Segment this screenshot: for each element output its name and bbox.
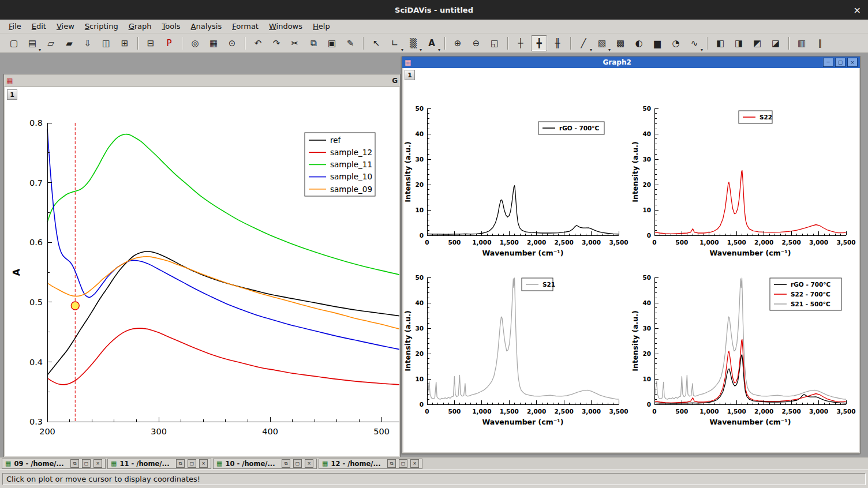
- menu-edit[interactable]: Edit: [27, 20, 51, 32]
- print-button[interactable]: ⊟: [143, 35, 159, 51]
- menu-file[interactable]: File: [3, 20, 27, 32]
- tab-09[interactable]: ▦09 - /home/...⧉▢×: [2, 459, 106, 469]
- tab-maximize-button[interactable]: ▢: [188, 459, 196, 468]
- raman-chart-overlay[interactable]: 05001,0001,5002,0002,5003,0003,500010203…: [631, 241, 858, 434]
- zoom-in-button[interactable]: ⊕: [450, 35, 466, 51]
- add-image-button[interactable]: ▩: [612, 35, 628, 51]
- raman-chart-rgo700[interactable]: 05001,0001,5002,0002,5003,0003,500010203…: [404, 72, 631, 265]
- svg-text:20: 20: [642, 181, 651, 188]
- grid-button[interactable]: ▒▾: [405, 35, 421, 51]
- copy-selection-button[interactable]: ⧉: [305, 35, 321, 51]
- plot3d-bars-button[interactable]: ◨: [731, 35, 747, 51]
- add-text-button[interactable]: A▾: [424, 35, 440, 51]
- menu-windows[interactable]: Windows: [264, 20, 308, 32]
- open-project-button[interactable]: ▱: [43, 35, 59, 51]
- tab-12[interactable]: ▦12 - /home/...⧉▢×: [319, 459, 422, 469]
- app-close-icon[interactable]: ×: [854, 0, 861, 20]
- menu-tools[interactable]: Tools: [157, 20, 186, 32]
- svg-text:50: 50: [415, 105, 424, 112]
- svg-text:40: 40: [642, 299, 651, 306]
- window-minimize-button[interactable]: ─: [823, 58, 833, 67]
- new-aspect-button[interactable]: ▤▾: [24, 35, 40, 51]
- plot3d-surface-button[interactable]: ◪: [768, 35, 784, 51]
- svg-text:40: 40: [415, 299, 424, 306]
- chevron-down-icon[interactable]: ▾: [401, 47, 403, 52]
- save-project-button[interactable]: ◫: [98, 35, 114, 51]
- screen-reader-button[interactable]: ┼: [512, 35, 529, 51]
- save-project-as-button[interactable]: ⊞: [117, 35, 133, 51]
- tab-close-button[interactable]: ×: [410, 459, 419, 468]
- svg-text:0: 0: [420, 232, 424, 239]
- tab-close-button[interactable]: ×: [305, 459, 313, 468]
- tab-label: 11 - /home/...: [119, 460, 173, 468]
- select-data-range-button[interactable]: ╫: [549, 35, 566, 51]
- graph1-titlebar[interactable]: ▦ G: [4, 74, 400, 87]
- menu-view[interactable]: View: [51, 20, 80, 32]
- plot3d-ribbon-button[interactable]: ◧: [712, 35, 728, 51]
- plot-pie-button[interactable]: ◔: [668, 35, 684, 51]
- rescale-to-show-all-button[interactable]: ◱: [487, 35, 503, 51]
- plot3d-surface-icon: ◪: [772, 38, 780, 48]
- tab-maximize-button[interactable]: ▢: [293, 459, 302, 468]
- paste-selection-button[interactable]: ▣: [324, 35, 340, 51]
- chevron-down-icon[interactable]: ▾: [590, 47, 592, 52]
- chevron-down-icon[interactable]: ▾: [438, 47, 440, 52]
- tab-restore-button[interactable]: ⧉: [176, 459, 185, 468]
- chevron-down-icon[interactable]: ▾: [608, 47, 611, 52]
- app-titlebar[interactable]: SciDAVis - untitled ×: [0, 0, 868, 20]
- chevron-down-icon[interactable]: ▾: [420, 47, 422, 52]
- import-ascii-button[interactable]: ⇩: [80, 35, 96, 51]
- uvvis-chart[interactable]: 2003004005000.30.40.50.60.70.8Arefsample…: [5, 87, 399, 457]
- graph2-titlebar[interactable]: ▦ Graph2 ─▢×: [402, 57, 860, 68]
- plot-histogram-button[interactable]: ▆: [649, 35, 665, 51]
- raman-chart-s21[interactable]: 05001,0001,5002,0002,5003,0003,500010203…: [404, 241, 631, 434]
- svg-text:rGO - 700°C: rGO - 700°C: [791, 281, 831, 288]
- graph2-layer-button[interactable]: 1: [405, 70, 415, 80]
- tab-restore-button[interactable]: ⧉: [70, 459, 79, 468]
- redo-button[interactable]: ↷: [268, 35, 285, 51]
- tab-maximize-button[interactable]: ▢: [82, 459, 91, 468]
- menu-analysis[interactable]: Analysis: [186, 20, 227, 32]
- color-map-button[interactable]: ▧▾: [594, 35, 610, 51]
- menu-format[interactable]: Format: [227, 20, 264, 32]
- menu-help[interactable]: Help: [308, 20, 335, 32]
- new-project-button[interactable]: ▢: [6, 35, 22, 51]
- draw-line-button[interactable]: ╱▾: [575, 35, 592, 51]
- chevron-down-icon[interactable]: ▾: [701, 47, 703, 52]
- add-column-button[interactable]: ∥: [812, 35, 828, 51]
- raman-chart-s22[interactable]: 05001,0001,5002,0002,5003,0003,500010203…: [631, 72, 858, 265]
- pointer-button[interactable]: ↖: [368, 35, 384, 51]
- new-table-button[interactable]: ▦: [205, 35, 222, 51]
- chevron-down-icon[interactable]: ▾: [39, 47, 41, 52]
- cut-selection-button[interactable]: ✂: [287, 35, 303, 51]
- export-pdf-button[interactable]: P: [161, 35, 177, 51]
- tab-10[interactable]: ▦10 - /home/...⧉▢×: [213, 459, 317, 469]
- menu-graph[interactable]: Graph: [124, 20, 157, 32]
- tab-restore-button[interactable]: ⧉: [282, 459, 290, 468]
- plot3d-trajectory-button[interactable]: ◩: [749, 35, 765, 51]
- graph1-layer-button[interactable]: 1: [7, 89, 17, 100]
- lock-toolbars-button[interactable]: ⊙: [224, 35, 240, 51]
- tab-restore-button[interactable]: ⧉: [387, 459, 396, 468]
- tab-close-button[interactable]: ×: [93, 459, 102, 468]
- data-reader-button[interactable]: ╋: [531, 35, 547, 51]
- print-preview-button[interactable]: ◎: [187, 35, 203, 51]
- plot-globe-button[interactable]: ◐: [631, 35, 647, 51]
- menu-scripting[interactable]: Scripting: [80, 20, 124, 32]
- tab-11[interactable]: ▦11 - /home/...⧉▢×: [107, 459, 211, 469]
- graph-window-icon: ▦: [405, 59, 411, 66]
- print-preview-icon: ◎: [191, 38, 199, 48]
- open-template-button[interactable]: ▰: [61, 35, 77, 51]
- window-restore-button[interactable]: ▢: [835, 58, 845, 67]
- show-table-columns-button[interactable]: ▥: [794, 35, 810, 51]
- tab-maximize-button[interactable]: ▢: [399, 459, 407, 468]
- zoom-out-button[interactable]: ⊖: [468, 35, 484, 51]
- tab-close-button[interactable]: ×: [199, 459, 208, 468]
- undo-button[interactable]: ↶: [250, 35, 266, 51]
- window-close-button[interactable]: ×: [847, 58, 858, 67]
- edit-function-button[interactable]: ✎: [342, 35, 358, 51]
- svg-text:0: 0: [652, 408, 656, 415]
- plot-wizard-button[interactable]: ∿▾: [686, 35, 702, 51]
- zoom-in-icon: ⊕: [454, 38, 462, 48]
- scales-button[interactable]: ∟▾: [387, 35, 403, 51]
